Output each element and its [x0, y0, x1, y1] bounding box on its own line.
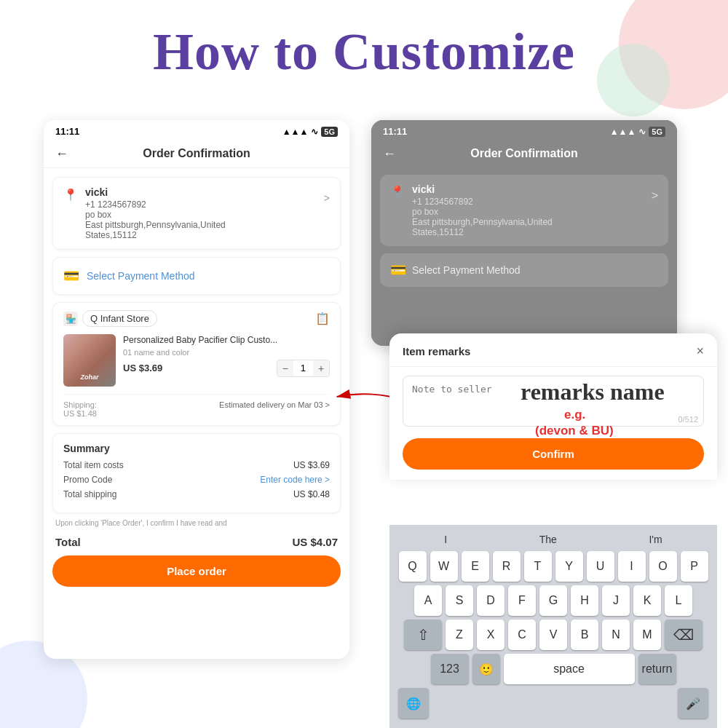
key-globe[interactable]: 🌐	[398, 688, 429, 719]
summary-shipping-label: Total shipping	[63, 489, 116, 499]
qty-increase-left[interactable]: +	[313, 360, 329, 376]
remarks-modal-header: Item remarks ×	[389, 333, 717, 367]
remarks-modal-title: Item remarks	[403, 345, 470, 357]
address-phone-left: +1 1234567892	[85, 199, 226, 210]
key-x[interactable]: X	[477, 620, 505, 650]
total-row-left: Total US $4.07	[52, 531, 341, 553]
key-m[interactable]: M	[633, 620, 661, 650]
store-name-left[interactable]: Q Infant Store	[82, 310, 157, 327]
phone-right: 11:11 ▲▲▲ ∿ 5G ← Order Confirmation 📍 vi…	[371, 120, 677, 346]
address-card-left[interactable]: 📍 vicki +1 1234567892 po box East pittsb…	[52, 177, 341, 250]
key-return[interactable]: return	[638, 654, 676, 684]
address-left-section: 📍 vicki +1 1234567892 po box East pittsb…	[63, 186, 226, 240]
product-price-left: US $3.69	[123, 363, 162, 373]
key-o[interactable]: O	[649, 551, 677, 582]
phone-header-left: ← Order Confirmation	[44, 140, 349, 168]
address-pobox-right: po box	[412, 207, 553, 217]
product-price-row-left: US $3.69 − 1 +	[123, 360, 330, 377]
key-k[interactable]: K	[633, 585, 661, 616]
key-u[interactable]: U	[587, 551, 614, 582]
qty-decrease-left[interactable]: −	[277, 360, 293, 376]
status-time-left: 11:11	[55, 126, 79, 137]
address-zip-left: States,15112	[85, 230, 226, 240]
address-card-right[interactable]: 📍 vicki +1 1234567892 po box East pittsb…	[380, 175, 668, 246]
payment-card-left[interactable]: 💳 Select Payment Method	[52, 257, 341, 295]
key-shift[interactable]: ⇧	[404, 620, 442, 650]
total-label-left: Total	[55, 536, 81, 548]
key-w[interactable]: W	[430, 551, 458, 582]
payment-label-left: Select Payment Method	[87, 270, 195, 282]
shipping-delivery-left: Estimated delivery on Mar 03 >	[219, 400, 330, 418]
summary-promo-value[interactable]: Enter code here >	[260, 475, 330, 485]
address-pobox-left: po box	[85, 210, 226, 220]
key-l[interactable]: L	[665, 585, 692, 616]
remarks-eg-label: e.g.	[564, 408, 585, 422]
place-order-button[interactable]: Place order	[52, 555, 341, 587]
key-emoji[interactable]: 🙂	[472, 654, 500, 684]
key-p[interactable]: P	[681, 551, 708, 582]
store-name-wrap-left: 🏪 Q Infant Store	[63, 310, 157, 327]
payment-card-right[interactable]: 💳 Select Payment Method	[380, 253, 668, 287]
summary-card-left: Summary Total item costs US $3.69 Promo …	[52, 433, 341, 513]
key-n[interactable]: N	[602, 620, 630, 650]
product-tag-label: Zohar	[80, 373, 98, 381]
key-q[interactable]: Q	[399, 551, 427, 582]
key-space[interactable]: space	[504, 654, 635, 684]
key-f[interactable]: F	[508, 585, 536, 616]
key-mic[interactable]: 🎤	[678, 688, 708, 719]
key-y[interactable]: Y	[555, 551, 583, 582]
remarks-confirm-button[interactable]: Confirm	[403, 438, 704, 470]
summary-items-label: Total item costs	[63, 460, 124, 470]
qty-number-left: 1	[298, 363, 309, 373]
key-s[interactable]: S	[446, 585, 473, 616]
phone-content-left: 📍 vicki +1 1234567892 po box East pittsb…	[44, 168, 349, 596]
address-info-left: vicki +1 1234567892 po box East pittsbur…	[85, 186, 226, 240]
summary-shipping-value: US $0.48	[293, 489, 330, 499]
back-button-right[interactable]: ←	[383, 146, 396, 162]
key-a[interactable]: A	[414, 585, 442, 616]
keyboard-row-1: Q W E R T Y U I O P	[392, 551, 714, 582]
product-info-left: Personalized Baby Pacifier Clip Custo...…	[123, 334, 330, 377]
key-t[interactable]: T	[524, 551, 552, 582]
remarks-modal: Item remarks × 0/512 remarks name e.g. (…	[389, 333, 717, 480]
wifi-icon: ∿	[311, 127, 318, 137]
key-r[interactable]: R	[493, 551, 521, 582]
chevron-address-left: >	[324, 192, 330, 204]
suggestion-i[interactable]: I	[444, 534, 447, 545]
key-z[interactable]: Z	[446, 620, 473, 650]
shipping-label-left: Shipping: US $1.48	[63, 400, 97, 418]
key-backspace[interactable]: ⌫	[665, 620, 703, 650]
suggestion-the[interactable]: The	[539, 534, 557, 545]
summary-row-promo: Promo Code Enter code here >	[63, 475, 330, 485]
store-note-icon-left[interactable]: 📋	[315, 312, 330, 325]
keyboard-suggestions: I The I'm	[392, 531, 714, 551]
address-phone-right: +1 1234567892	[412, 197, 553, 207]
location-icon-right: 📍	[390, 185, 405, 237]
address-city-left: East pittsburgh,Pennsylvania,United	[85, 220, 226, 230]
key-d[interactable]: D	[477, 585, 505, 616]
key-numbers[interactable]: 123	[431, 654, 469, 684]
phone-left: 11:11 ▲▲▲ ∿ 5G ← Order Confirmation 📍 vi…	[44, 120, 349, 659]
store-card-left: 🏪 Q Infant Store 📋 Zohar Personalized Ba…	[52, 302, 341, 426]
disclaimer-text: Upon clicking 'Place Order', I confirm I…	[52, 519, 341, 527]
payment-icon-right: 💳	[390, 262, 406, 278]
remarks-name-label: remarks name	[521, 379, 665, 405]
product-name-left: Personalized Baby Pacifier Clip Custo...	[123, 334, 330, 347]
suggestion-im[interactable]: I'm	[649, 534, 662, 545]
key-j[interactable]: J	[602, 585, 630, 616]
key-g[interactable]: G	[539, 585, 567, 616]
keyboard: I The I'm Q W E R T Y U I O P A S D F G …	[389, 525, 717, 728]
key-b[interactable]: B	[571, 620, 598, 650]
summary-promo-label: Promo Code	[63, 475, 112, 485]
keyboard-row-misc: 🌐 🎤	[392, 688, 714, 721]
key-i[interactable]: I	[618, 551, 646, 582]
key-c[interactable]: C	[508, 620, 536, 650]
address-city-right: East pittsburgh,Pennsylvania,United	[412, 217, 553, 227]
status-bar-right: 11:11 ▲▲▲ ∿ 5G	[371, 120, 677, 140]
remarks-close-button[interactable]: ×	[696, 344, 704, 359]
summary-row-items: Total item costs US $3.69	[63, 460, 330, 470]
key-e[interactable]: E	[462, 551, 489, 582]
key-v[interactable]: V	[539, 620, 567, 650]
back-button-left[interactable]: ←	[55, 146, 68, 162]
key-h[interactable]: H	[571, 585, 598, 616]
